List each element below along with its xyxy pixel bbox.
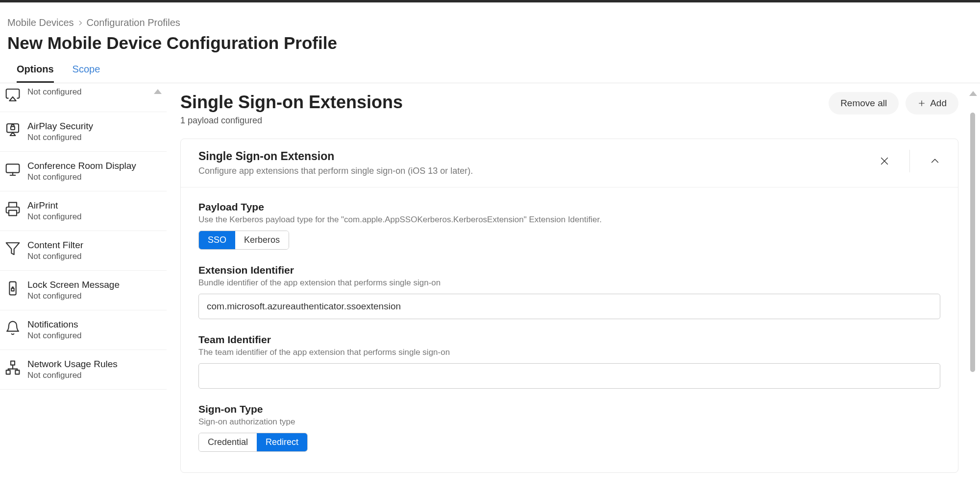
sidebar-item-label: Lock Screen Message xyxy=(27,280,120,290)
svg-rect-1 xyxy=(7,124,19,132)
tab-scope[interactable]: Scope xyxy=(73,64,100,83)
sidebar-item-label: AirPlay Security xyxy=(27,121,93,132)
sidebar-item-status: Not configured xyxy=(27,371,118,380)
breadcrumb: Mobile Devices Configuration Profiles xyxy=(7,17,973,28)
extension-id-input[interactable] xyxy=(198,294,940,319)
team-id-desc: The team identifier of the app extension… xyxy=(198,348,940,357)
tabs: Options Scope xyxy=(0,53,980,83)
payload-type-sso[interactable]: SSO xyxy=(199,231,235,249)
chevron-right-icon xyxy=(77,20,84,26)
sidebar-item-network-usage[interactable]: Network Usage Rules Not configured xyxy=(0,350,167,390)
airplay-icon xyxy=(5,87,21,103)
sidebar-item-status: Not configured xyxy=(27,252,83,261)
card-title: Single Sign-on Extension xyxy=(198,150,473,163)
signon-type-credential[interactable]: Credential xyxy=(199,433,257,451)
svg-rect-5 xyxy=(9,210,17,216)
breadcrumb-item-1[interactable]: Mobile Devices xyxy=(7,17,74,28)
sidebar-item-airprint[interactable]: AirPrint Not configured xyxy=(0,191,167,231)
svg-rect-9 xyxy=(11,361,15,365)
main-content: Single Sign-on Extensions 1 payload conf… xyxy=(167,83,980,490)
bell-icon xyxy=(5,320,21,336)
svg-marker-0 xyxy=(9,97,16,101)
add-label: Add xyxy=(930,98,947,109)
payload-type-title: Payload Type xyxy=(198,201,940,213)
svg-rect-4 xyxy=(6,164,20,172)
svg-marker-6 xyxy=(6,243,20,255)
airplay-security-icon xyxy=(5,122,21,138)
page-title: New Mobile Device Configuration Profile xyxy=(7,33,973,53)
sidebar-item-label: Conference Room Display xyxy=(27,161,136,171)
sidebar-item-label: Network Usage Rules xyxy=(27,359,118,370)
sidebar-item-status: Not configured xyxy=(27,331,82,341)
sidebar-item-conference-room[interactable]: Conference Room Display Not configured xyxy=(0,152,167,191)
close-icon[interactable] xyxy=(879,156,890,166)
svg-rect-11 xyxy=(15,370,19,374)
add-button[interactable]: Add xyxy=(906,92,958,115)
payload-type-segment: SSO Kerberos xyxy=(198,231,289,250)
network-icon xyxy=(5,360,21,375)
sidebar-item-content-filter[interactable]: Content Filter Not configured xyxy=(0,231,167,271)
sidebar-item-lock-screen[interactable]: Lock Screen Message Not configured xyxy=(0,271,167,310)
display-icon xyxy=(5,162,21,177)
plus-icon xyxy=(917,99,926,108)
chevron-up-icon[interactable] xyxy=(930,156,940,166)
sidebar-item-notifications[interactable]: Notifications Not configured xyxy=(0,310,167,350)
breadcrumb-item-2[interactable]: Configuration Profiles xyxy=(87,17,180,28)
sidebar-item-airplay-security[interactable]: AirPlay Security Not configured xyxy=(0,112,167,152)
payload-type-kerberos[interactable]: Kerberos xyxy=(235,231,289,249)
sidebar-item-label: Content Filter xyxy=(27,240,83,251)
team-id-input[interactable] xyxy=(198,363,940,389)
section-title: Single Sign-on Extensions xyxy=(180,92,403,113)
phone-lock-icon xyxy=(5,280,21,296)
sidebar-item-label: AirPrint xyxy=(27,200,82,211)
card-desc: Configure app extensions that perform si… xyxy=(198,166,473,176)
sidebar-item-label: Notifications xyxy=(27,319,82,330)
scrollbar[interactable] xyxy=(970,113,975,372)
sidebar-item-status: Not configured xyxy=(27,172,136,182)
team-id-title: Team Identifier xyxy=(198,334,940,346)
sidebar-item-status: Not configured xyxy=(27,87,82,97)
payload-card: Single Sign-on Extension Configure app e… xyxy=(180,139,958,473)
signon-type-desc: Sign-on authorization type xyxy=(198,417,940,427)
scroll-up-icon[interactable] xyxy=(969,91,977,96)
tab-options[interactable]: Options xyxy=(17,64,54,83)
sidebar-item-status: Not configured xyxy=(27,212,82,222)
signon-type-redirect[interactable]: Redirect xyxy=(257,433,307,451)
sidebar-item-status: Not configured xyxy=(27,133,93,142)
signon-type-title: Sign-on Type xyxy=(198,403,940,415)
printer-icon xyxy=(5,201,21,217)
page-header: Mobile Devices Configuration Profiles Ne… xyxy=(0,2,980,53)
sidebar-item-prev[interactable]: Not configured xyxy=(0,83,167,112)
sidebar-item-status: Not configured xyxy=(27,291,120,301)
svg-rect-10 xyxy=(6,370,10,374)
extension-id-title: Extension Identifier xyxy=(198,264,940,276)
remove-all-button[interactable]: Remove all xyxy=(829,92,899,115)
extension-id-desc: Bundle identifier of the app extension t… xyxy=(198,278,940,288)
divider xyxy=(909,150,910,172)
section-subtitle: 1 payload configured xyxy=(180,116,403,126)
remove-all-label: Remove all xyxy=(840,98,887,109)
sidebar[interactable]: Not configured AirPlay Security Not conf… xyxy=(0,83,167,490)
signon-type-segment: Credential Redirect xyxy=(198,433,308,452)
filter-icon xyxy=(5,241,21,257)
payload-type-desc: Use the Kerberos payload type for the "c… xyxy=(198,215,940,225)
